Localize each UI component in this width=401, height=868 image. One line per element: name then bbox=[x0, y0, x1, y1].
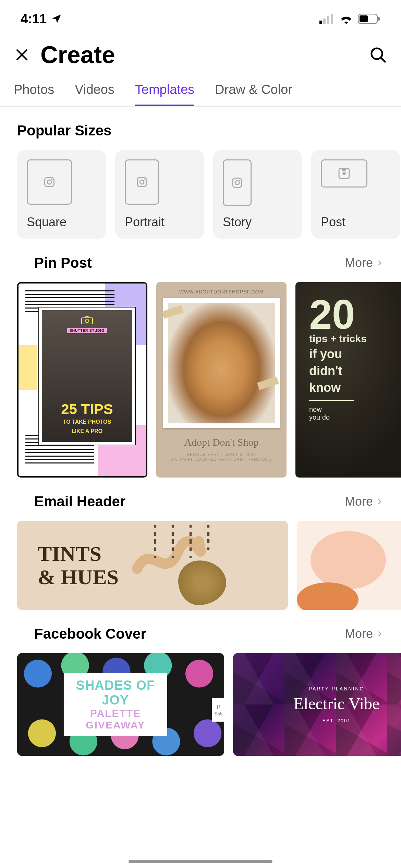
card-title: Adopt Don't Shop bbox=[163, 436, 280, 448]
tabs: Photos Videos Templates Draw & Color bbox=[0, 79, 401, 107]
tab-draw-color[interactable]: Draw & Color bbox=[215, 82, 292, 106]
dots-icon: ⋮⋮⋮⋮⋮⋮⋮⋮⋮⋮⋮ bbox=[145, 529, 216, 554]
cellular-icon bbox=[319, 14, 335, 24]
now-line: you do bbox=[309, 413, 401, 421]
template-card[interactable]: SHADES OF JOY PALETTE GIVEAWAY B $55 bbox=[17, 653, 224, 756]
svg-rect-1 bbox=[323, 19, 326, 24]
template-card[interactable]: 20 tips + tricks if you didn't know now … bbox=[295, 282, 401, 478]
section-title: Email Header bbox=[17, 493, 143, 510]
post-shape-icon bbox=[321, 159, 367, 188]
size-card-square[interactable]: Square bbox=[17, 150, 106, 239]
tips-headline: 25 TIPS bbox=[61, 402, 113, 417]
svg-point-16 bbox=[239, 180, 241, 181]
tips-sub1: TO TAKE PHOTOS bbox=[63, 419, 111, 426]
big-number: 20 bbox=[309, 296, 401, 333]
section-email-header: Email Header More ⋮⋮⋮⋮⋮⋮⋮⋮⋮⋮⋮ TINTS & HU… bbox=[0, 478, 401, 610]
tab-templates[interactable]: Templates bbox=[135, 82, 194, 106]
svg-point-15 bbox=[235, 181, 239, 185]
more-button[interactable]: More bbox=[345, 627, 384, 641]
svg-point-13 bbox=[144, 179, 145, 180]
text-line: if you bbox=[309, 347, 401, 361]
section-title: Pin Post bbox=[17, 255, 109, 271]
search-icon[interactable] bbox=[369, 46, 387, 64]
svg-rect-5 bbox=[360, 15, 368, 22]
more-label: More bbox=[345, 627, 373, 641]
svg-point-18 bbox=[342, 172, 346, 175]
svg-point-12 bbox=[140, 180, 144, 184]
chevron-right-icon bbox=[376, 497, 384, 506]
tips-sub2: LIKE A PRO bbox=[72, 428, 102, 435]
card-sub2: 2-5 PM AT DOLORES PARK, SAN FRANCISCO bbox=[163, 457, 280, 462]
dog-image bbox=[168, 303, 275, 423]
glitter-blob-icon bbox=[178, 560, 226, 605]
pin-post-row[interactable]: SHUTTER STUDIO 25 TIPS TO TAKE PHOTOS LI… bbox=[0, 271, 401, 478]
tips-line: tips + tricks bbox=[309, 333, 401, 345]
text-line: didn't bbox=[309, 363, 401, 378]
now-line: now bbox=[309, 406, 401, 413]
section-popular-sizes: Popular Sizes Square Portrait Story Post bbox=[0, 107, 401, 239]
url-text: WWW.ADOPTDONTSHOPSF.COM bbox=[163, 289, 280, 294]
svg-rect-6 bbox=[378, 17, 380, 21]
more-button[interactable]: More bbox=[345, 494, 384, 509]
portrait-shape-icon bbox=[125, 159, 159, 205]
svg-rect-11 bbox=[137, 178, 147, 187]
location-arrow-icon bbox=[51, 13, 62, 25]
template-card[interactable]: SHUTTER STUDIO 25 TIPS TO TAKE PHOTOS LI… bbox=[17, 282, 147, 478]
svg-rect-2 bbox=[327, 16, 329, 24]
story-shape-icon bbox=[223, 159, 252, 206]
tab-videos[interactable]: Videos bbox=[75, 82, 114, 106]
size-label: Portrait bbox=[125, 215, 195, 229]
template-card[interactable]: • • • • • H bbox=[297, 521, 401, 610]
svg-rect-14 bbox=[233, 178, 242, 188]
fb-top-line: PARTY PLANNING bbox=[309, 686, 365, 691]
card-sub1: RESCUE EVENT, APRIL 3, 2021 bbox=[163, 452, 280, 457]
chevron-right-icon bbox=[376, 630, 384, 638]
size-card-portrait[interactable]: Portrait bbox=[115, 150, 204, 239]
size-card-story[interactable]: Story bbox=[213, 150, 302, 239]
email-title: TINTS & HUES bbox=[38, 542, 119, 589]
tab-photos[interactable]: Photos bbox=[14, 82, 54, 106]
photo-frame bbox=[163, 298, 280, 428]
home-indicator[interactable] bbox=[129, 860, 272, 863]
fb-line1: SHADES OF JOY bbox=[74, 678, 157, 708]
status-time: 4:11 bbox=[21, 12, 47, 26]
close-icon[interactable] bbox=[14, 47, 30, 63]
svg-point-20 bbox=[85, 319, 89, 323]
page-title: Create bbox=[40, 41, 359, 69]
divider bbox=[309, 400, 354, 401]
camera-icon bbox=[80, 315, 94, 325]
header: Create bbox=[0, 38, 401, 79]
fb-title: Electric Vibe bbox=[294, 694, 380, 713]
more-button[interactable]: More bbox=[345, 256, 384, 270]
size-label: Post bbox=[321, 215, 391, 229]
facebook-cover-row[interactable]: SHADES OF JOY PALETTE GIVEAWAY B $55 PAR… bbox=[0, 642, 401, 756]
photo-frame: SHUTTER STUDIO 25 TIPS TO TAKE PHOTOS LI… bbox=[39, 308, 135, 445]
text-box: SHADES OF JOY PALETTE GIVEAWAY bbox=[64, 673, 167, 736]
svg-rect-0 bbox=[319, 21, 322, 24]
dots-icon: • • • • • bbox=[311, 580, 347, 600]
more-label: More bbox=[345, 256, 373, 270]
size-card-post[interactable]: Post bbox=[311, 150, 400, 239]
studio-badge: SHUTTER STUDIO bbox=[67, 328, 107, 333]
size-label: Square bbox=[27, 215, 97, 229]
template-card[interactable]: ⋮⋮⋮⋮⋮⋮⋮⋮⋮⋮⋮ TINTS & HUES bbox=[17, 521, 288, 610]
svg-rect-8 bbox=[45, 178, 54, 187]
square-shape-icon bbox=[27, 159, 72, 205]
size-label: Story bbox=[223, 215, 293, 229]
svg-point-9 bbox=[47, 180, 51, 184]
more-label: More bbox=[345, 494, 373, 509]
template-card[interactable]: WWW.ADOPTDONTSHOPSF.COM Adopt Don't Shop… bbox=[156, 282, 287, 478]
section-title: Popular Sizes bbox=[0, 122, 401, 139]
template-card[interactable]: PARTY PLANNING Electric Vibe EST. 2001 bbox=[233, 653, 401, 756]
text-line: know bbox=[309, 380, 401, 395]
sizes-row[interactable]: Square Portrait Story Post bbox=[0, 139, 401, 239]
section-pin-post: Pin Post More SHUTTER STUDIO 25 TIPS TO … bbox=[0, 239, 401, 478]
chevron-right-icon bbox=[376, 259, 384, 267]
fb-line2: PALETTE GIVEAWAY bbox=[74, 708, 157, 731]
section-title: Facebook Cover bbox=[17, 626, 163, 642]
svg-rect-3 bbox=[331, 14, 333, 24]
fb-est: EST. 2001 bbox=[323, 718, 351, 723]
battery-icon bbox=[358, 14, 380, 24]
email-header-row[interactable]: ⋮⋮⋮⋮⋮⋮⋮⋮⋮⋮⋮ TINTS & HUES • • • • • H bbox=[0, 510, 401, 610]
svg-point-10 bbox=[51, 179, 53, 180]
